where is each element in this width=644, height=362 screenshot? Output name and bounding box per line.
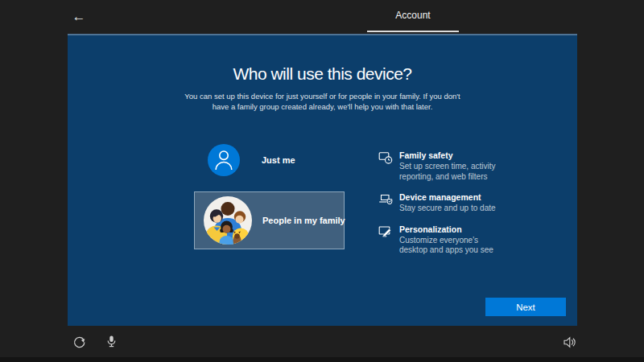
option-just-me[interactable]: Just me	[194, 142, 345, 179]
option-just-me-label: Just me	[262, 155, 295, 165]
feature-title: Family safety	[399, 150, 506, 160]
window-titlebar: ← Account	[0, 0, 644, 34]
feature-title: Device management	[399, 192, 496, 202]
option-family-label: People in my family	[262, 216, 345, 225]
person-icon	[208, 144, 240, 176]
page-subtitle: You can set up this device for just your…	[184, 92, 461, 113]
feature-family-safety: Family safety Set up screen time, activi…	[378, 150, 511, 182]
feature-list: Family safety Set up screen time, activi…	[378, 150, 511, 256]
screen-clock-icon	[378, 150, 393, 165]
laptop-shield-icon	[378, 192, 393, 207]
microphone-icon[interactable]	[105, 335, 118, 348]
account-options: Just me	[194, 142, 345, 249]
ease-of-access-icon[interactable]	[72, 335, 86, 349]
volume-icon[interactable]	[563, 335, 576, 349]
feature-description: Customize everyone's desktop and apps yo…	[399, 236, 506, 256]
feature-device-management: Device management Stay secure and up to …	[378, 192, 511, 214]
feature-personalization: Personalization Customize everyone's des…	[378, 224, 511, 256]
screen-pencil-icon	[378, 224, 393, 239]
family-illustration	[204, 196, 252, 245]
back-button[interactable]: ←	[69, 9, 89, 25]
system-bar	[0, 326, 644, 362]
option-people-in-my-family[interactable]: People in my family	[194, 191, 345, 249]
screen-bottom-edge	[0, 357, 644, 362]
setup-panel: Who will use this device? You can set up…	[68, 34, 577, 326]
feature-description: Set up screen time, activity reporting, …	[399, 162, 506, 182]
page-title: Who will use this device?	[68, 64, 577, 84]
next-button[interactable]: Next	[485, 298, 566, 316]
tab-account: Account	[367, 0, 459, 32]
feature-title: Personalization	[399, 224, 506, 234]
feature-description: Stay secure and up to date	[399, 204, 496, 214]
